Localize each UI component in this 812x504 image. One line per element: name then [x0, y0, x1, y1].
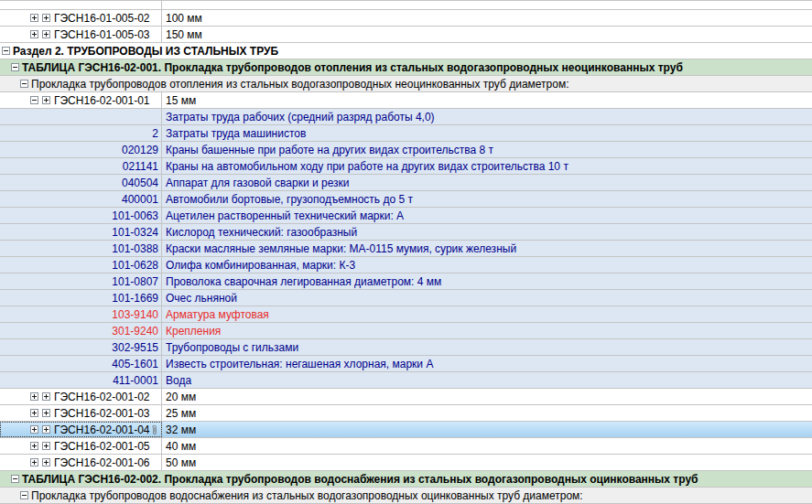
table-cell[interactable]: ТАБЛИЦА ГЭСН16-02-001. Прокладка трубопр… [0, 59, 812, 75]
plus-expander-icon[interactable] [30, 425, 38, 434]
plus-expander-icon[interactable] [30, 14, 38, 22]
plus-expander-icon[interactable] [42, 425, 50, 434]
table-header-row[interactable]: ТАБЛИЦА ГЭСН16-02-002. Прокладка трубопр… [0, 471, 812, 488]
resource-code: 040504 [122, 177, 158, 189]
resource-code: 411-0001 [113, 374, 158, 387]
norm-code-cell[interactable]: ГЭСН16-02-001-02 [0, 389, 162, 404]
resource-row[interactable]: 101-0807Проволока сварочная легированная… [0, 273, 812, 290]
group-header-row[interactable]: Прокладка трубопроводов водоснабжения из… [0, 488, 812, 504]
resource-name-cell: Краны башенные при работе на других вида… [162, 142, 812, 157]
resource-row[interactable]: 302-9515Трубопроводы с гильзами [0, 339, 812, 356]
resource-row[interactable]: 101-0063Ацетилен растворенный технически… [0, 208, 812, 224]
norm-row[interactable]: ГЭСН16-01-005-03150 мм [0, 27, 812, 43]
norm-code-cell[interactable]: ГЭСН16-02-001-03 [0, 405, 162, 421]
minus-expander-icon[interactable] [30, 96, 38, 104]
plus-expander-icon[interactable] [30, 392, 38, 401]
group-header-row[interactable]: Прокладка трубопроводов отопления из ста… [0, 76, 812, 92]
resource-code: 020129 [122, 144, 158, 156]
table-header-row[interactable]: ТАБЛИЦА ГЭСН16-02-001. Прокладка трубопр… [0, 59, 812, 76]
resource-row[interactable]: 101-0324Кислород технический: газообразн… [0, 224, 812, 241]
plus-expander-icon[interactable] [42, 96, 50, 104]
resource-code-cell: 411-0001 [0, 372, 162, 388]
resource-code: 101-0628 [112, 259, 158, 272]
minus-expander-icon[interactable] [20, 80, 28, 88]
minus-expander-icon[interactable] [11, 475, 19, 483]
plus-expander-icon[interactable] [42, 392, 50, 401]
resource-name-cell: Аппарат для газовой сварки и резки [162, 175, 812, 190]
minus-expander-icon[interactable] [11, 63, 19, 71]
norm-value-cell[interactable]: 150 мм [162, 27, 812, 42]
plus-expander-icon[interactable] [42, 409, 50, 417]
resource-row[interactable]: 411-0001Вода [0, 372, 812, 389]
resource-code-cell: 301-9240 [0, 323, 162, 338]
table-cell[interactable]: ТАБЛИЦА ГЭСН16-02-002. Прокладка трубопр… [0, 471, 812, 487]
group-title: Прокладка трубопроводов водоснабжения из… [31, 489, 583, 502]
resource-row[interactable]: 101-1669Очес льняной [0, 290, 812, 306]
resource-name: Вода [166, 374, 191, 387]
plus-expander-icon[interactable] [42, 30, 50, 38]
resource-name-cell: Очес льняной [162, 290, 812, 306]
norm-code-cell[interactable]: ГЭСН16-01-005-02 [0, 10, 162, 26]
norm-code-cell[interactable]: ГЭСН16-02-001-01 [0, 92, 162, 108]
resource-name-cell: Ацетилен растворенный технический марки:… [162, 208, 812, 223]
norm-code-cell[interactable]: ГЭСН16-02-001-05 [0, 438, 162, 454]
resource-code-cell: 040504 [0, 175, 162, 190]
norm-row[interactable]: ГЭСН16-02-001-0540 мм [0, 438, 812, 455]
resource-code: 302-9515 [112, 341, 158, 354]
plus-expander-icon[interactable] [30, 458, 38, 466]
resource-name: Затраты труда рабочих (средний разряд ра… [166, 111, 435, 123]
minus-expander-icon[interactable] [2, 47, 10, 55]
plus-expander-icon[interactable] [42, 442, 50, 450]
resource-name: Краны на автомобильном ходу при работе н… [166, 160, 568, 173]
norm-code-cell[interactable]: ГЭСН16-02-001-04 [0, 422, 162, 437]
resource-row[interactable]: 2Затраты труда машинистов [0, 125, 812, 142]
paperclip-icon[interactable] [150, 424, 158, 436]
norm-value-cell[interactable]: 15 мм [162, 92, 812, 108]
resource-row[interactable]: 103-9140Арматура муфтовая [0, 306, 812, 323]
resource-row[interactable]: 101-0628Олифа комбинированная, марки: К-… [0, 257, 812, 273]
plus-expander-icon[interactable] [30, 442, 38, 450]
resource-row[interactable]: 021141Краны на автомобильном ходу при ра… [0, 158, 812, 175]
resource-row[interactable]: 020129Краны башенные при работе на други… [0, 142, 812, 158]
resource-row[interactable]: 301-9240Крепления [0, 323, 812, 339]
norm-code: ГЭСН16-02-001-02 [54, 391, 150, 403]
norm-value-cell[interactable]: 100 мм [162, 10, 812, 26]
norm-row[interactable]: ГЭСН16-02-001-0432 мм [0, 422, 812, 438]
resource-name-cell: Арматура муфтовая [162, 306, 812, 322]
norm-code: ГЭСН16-02-001-05 [54, 440, 150, 453]
diameter-value: 25 мм [166, 407, 196, 420]
resource-name-cell: Вода [162, 372, 812, 388]
resource-code-cell: 101-0324 [0, 224, 162, 240]
empty-cell [162, 1, 812, 9]
resource-code: 101-1669 [112, 292, 158, 305]
plus-expander-icon[interactable] [42, 458, 50, 466]
resource-code-cell: 302-9515 [0, 339, 162, 355]
resource-row[interactable]: 400001Автомобили бортовые, грузоподъемно… [0, 191, 812, 208]
norm-row[interactable]: ГЭСН16-02-001-0220 мм [0, 389, 812, 405]
resource-row[interactable]: Затраты труда рабочих (средний разряд ра… [0, 109, 812, 125]
norm-code-cell[interactable]: ГЭСН16-02-001-06 [0, 455, 162, 470]
norm-value-cell[interactable]: 25 мм [162, 405, 812, 421]
norm-row[interactable]: ГЭСН16-02-001-0115 мм [0, 92, 812, 109]
norm-row[interactable]: ГЭСН16-02-001-0325 мм [0, 405, 812, 422]
group-cell[interactable]: Прокладка трубопроводов водоснабжения из… [0, 488, 812, 503]
plus-expander-icon[interactable] [30, 409, 38, 417]
group-cell[interactable]: Прокладка трубопроводов отопления из ста… [0, 76, 812, 91]
norm-value-cell[interactable]: 50 мм [162, 455, 812, 470]
resource-row[interactable]: 101-0388Краски масляные земляные марки: … [0, 241, 812, 257]
norm-value-cell[interactable]: 40 мм [162, 438, 812, 454]
norm-row[interactable]: ГЭСН16-01-005-02100 мм [0, 10, 812, 27]
norm-value-cell[interactable]: 20 мм [162, 389, 812, 404]
section-cell[interactable]: Раздел 2. ТРУБОПРОВОДЫ ИЗ СТАЛЬНЫХ ТРУБ [0, 43, 812, 59]
norm-row[interactable]: ГЭСН16-02-001-0650 мм [0, 455, 812, 471]
group-title: Прокладка трубопроводов отопления из ста… [31, 78, 569, 91]
plus-expander-icon[interactable] [42, 14, 50, 22]
resource-row[interactable]: 405-1601Известь строительная: негашеная … [0, 356, 812, 372]
resource-code-cell: 101-0388 [0, 241, 162, 256]
section-row[interactable]: Раздел 2. ТРУБОПРОВОДЫ ИЗ СТАЛЬНЫХ ТРУБ [0, 43, 812, 59]
minus-expander-icon[interactable] [20, 491, 28, 499]
norm-value-cell[interactable]: 32 мм [162, 422, 812, 437]
resource-row[interactable]: 040504Аппарат для газовой сварки и резки [0, 175, 812, 191]
norm-code-cell[interactable]: ГЭСН16-01-005-03 [0, 27, 162, 42]
plus-expander-icon[interactable] [30, 30, 38, 38]
